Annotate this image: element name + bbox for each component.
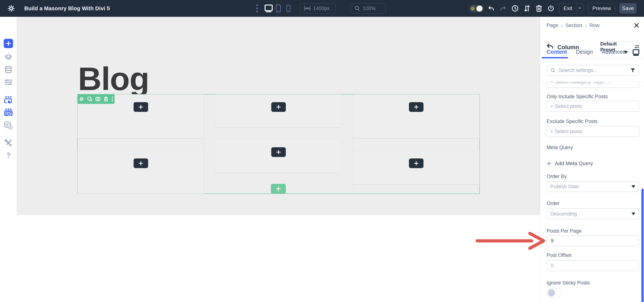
plus-icon	[276, 105, 281, 109]
search-icon	[550, 68, 556, 73]
chevron-down-icon	[631, 213, 636, 215]
back-button[interactable]	[546, 43, 554, 49]
add-row-button[interactable]	[271, 184, 286, 194]
add-meta-query-button[interactable]: Add Meta Query	[546, 161, 593, 166]
sidebar-item-layers[interactable]	[0, 51, 17, 63]
insert-module-button[interactable]	[134, 158, 148, 168]
plus-icon	[276, 186, 281, 191]
layout-eye-icon	[4, 121, 13, 130]
breadcrumb-separator: ›	[585, 23, 587, 28]
preview-button[interactable]: Preview	[588, 3, 615, 13]
page-title: Build a Masonry Blog With Divi 5	[24, 0, 110, 17]
sort-portability-button[interactable]	[523, 0, 531, 17]
only-include-posts-field[interactable]: + Select posts	[546, 101, 639, 112]
zoom-icon	[354, 5, 360, 11]
history-button[interactable]	[511, 0, 520, 17]
posts-per-page-field	[546, 235, 639, 246]
field-label: Meta Query	[546, 145, 573, 150]
insert-module-button[interactable]	[409, 158, 424, 168]
ignore-sticky-posts-toggle[interactable]	[546, 288, 562, 298]
plus-icon	[138, 105, 143, 109]
undo-button[interactable]	[487, 0, 496, 17]
tab-advanced[interactable]: Advanced	[602, 49, 626, 55]
select-posts-placeholder: + Select posts	[550, 103, 582, 109]
sidebar-item-wireframe[interactable]	[0, 76, 17, 88]
post-offset-input[interactable]	[550, 263, 636, 269]
chevron-down-icon	[631, 185, 636, 188]
phone-view-button[interactable]	[285, 0, 292, 17]
select-posts-placeholder: + Select posts	[550, 129, 582, 134]
insert-module-button[interactable]	[409, 102, 424, 112]
tab-content[interactable]: Content	[546, 49, 567, 55]
order-select[interactable]: Descending	[546, 208, 639, 219]
plus-icon	[6, 41, 11, 46]
post-offset-field	[546, 260, 639, 271]
panel-scrollbar[interactable]	[642, 189, 644, 302]
row-settings-icon[interactable]	[79, 96, 84, 102]
settings-search[interactable]	[546, 65, 639, 76]
desktop-view-button[interactable]	[264, 0, 274, 17]
settings-panel: Page › Section › Row Column Default Pres…	[540, 17, 644, 302]
field-label: Posts Per Page	[546, 228, 582, 234]
exit-button[interactable]: Exit	[559, 3, 584, 13]
redo-button[interactable]	[499, 0, 508, 17]
insert-module-button[interactable]	[271, 147, 286, 157]
trash-button[interactable]	[535, 0, 543, 17]
breadcrumb-row[interactable]: Row	[589, 22, 600, 28]
field-label: Only Include Specific Posts	[546, 94, 608, 100]
insert-module-button[interactable]	[271, 102, 286, 112]
zoom-level-value: 100%	[363, 5, 376, 11]
canvas-width-value: 1400px	[313, 5, 330, 11]
preview-label: Preview	[592, 5, 611, 11]
add-module-button[interactable]	[4, 39, 13, 48]
chevron-down-icon	[578, 7, 581, 9]
field-label: Order	[546, 201, 560, 206]
module-placeholder-box[interactable]	[78, 151, 204, 194]
breadcrumb-page[interactable]: Page	[546, 22, 558, 28]
columns-icon[interactable]	[95, 96, 100, 102]
row-toolbar	[78, 94, 114, 104]
power-button[interactable]	[546, 0, 555, 17]
sidebar-item-database[interactable]	[0, 64, 17, 75]
layers-icon	[4, 53, 12, 61]
sidebar-item-hover-mode[interactable]	[0, 94, 17, 106]
sun-icon	[470, 6, 475, 11]
module-placeholder-box[interactable]	[353, 94, 480, 139]
sidebar-item-tools[interactable]	[0, 137, 17, 149]
tablet-view-button[interactable]	[274, 0, 282, 17]
close-panel-button[interactable]	[634, 22, 640, 28]
builder-gear-icon[interactable]	[6, 0, 17, 17]
search-input[interactable]	[558, 67, 628, 73]
canvas-width-input[interactable]: 1400px	[300, 3, 336, 13]
filter-icon[interactable]	[630, 68, 636, 73]
field-label: Order By	[546, 174, 567, 179]
help-icon: ?	[6, 151, 10, 159]
wireframe-icon	[4, 79, 12, 86]
close-icon	[634, 22, 640, 28]
order-by-select[interactable]: Publish Date	[546, 181, 639, 192]
breadcrumb-section[interactable]: Section	[566, 22, 582, 28]
duplicate-icon[interactable]	[87, 96, 92, 102]
kebab-dots-icon[interactable]	[253, 0, 261, 17]
insert-module-button[interactable]	[134, 102, 148, 112]
save-button[interactable]: Save	[619, 3, 636, 13]
zoom-level-input[interactable]: 100%	[350, 3, 386, 13]
exit-dropdown[interactable]	[576, 3, 583, 13]
responsive-view-button[interactable]	[632, 49, 640, 56]
sidebar-item-layout-preview[interactable]	[0, 120, 17, 131]
posts-per-page-input[interactable]	[550, 238, 636, 244]
tab-design[interactable]: Design	[576, 49, 593, 55]
plus-icon	[138, 161, 143, 166]
tab-overflow-caret[interactable]	[624, 51, 628, 54]
sidebar-item-help[interactable]: ?	[0, 150, 17, 161]
field-label: Post Offset	[546, 252, 572, 258]
order-value: Descending	[550, 211, 577, 217]
category-select-field[interactable]: + Select Category, Tags, ...	[546, 82, 639, 88]
trash-icon[interactable]	[104, 96, 108, 102]
exclude-posts-field[interactable]: + Select posts	[546, 126, 639, 137]
sidebar-item-click-mode[interactable]	[0, 107, 17, 118]
top-bar: Build a Masonry Blog With Divi 5 1400px	[0, 0, 644, 17]
theme-toggle[interactable]	[469, 5, 484, 12]
kebab-dots-icon[interactable]	[112, 96, 113, 102]
blog-heading[interactable]: Blog	[78, 62, 149, 95]
